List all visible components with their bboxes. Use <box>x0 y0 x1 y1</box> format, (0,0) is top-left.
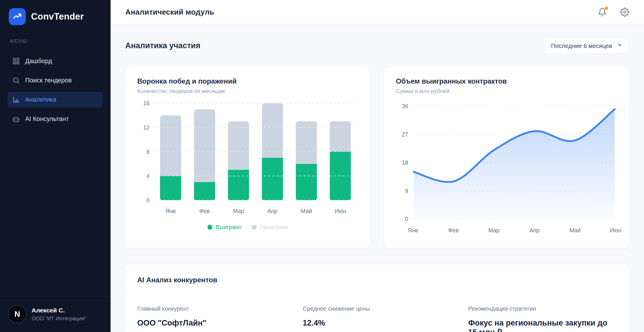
sidebar-item-ai-consultant[interactable]: AI Консультант <box>8 111 103 127</box>
search-icon <box>12 77 20 84</box>
sidebar-item-label: Поиск тендеров <box>25 77 72 84</box>
ai-stat-value: Фокус на региональные закупки до 15 млн … <box>468 319 617 332</box>
x-axis-tick: Июн <box>610 227 621 234</box>
bar-segment-lost <box>160 115 181 176</box>
top-bar: Аналитический модуль <box>111 0 644 25</box>
gridline <box>154 103 357 103</box>
sidebar-menu: МЕНЮ Дашборд Поиск тендеров <box>0 28 111 296</box>
y-axis-tick: 36 <box>402 103 408 110</box>
x-axis-tick: Июн <box>330 208 351 215</box>
funnel-chart-subtitle: Количество тендеров по месяцам <box>137 88 358 94</box>
contracts-chart-card: Объем выигранных контрактов Сумма в млн … <box>384 66 629 249</box>
stacked-bar <box>194 109 215 200</box>
gridline <box>154 200 357 200</box>
bar-segment-lost <box>228 121 249 170</box>
menu-section-label: МЕНЮ <box>10 39 103 44</box>
funnel-chart-legend: ВыиграноПроиграно <box>137 224 358 231</box>
user-profile[interactable]: N Алексей С. ООО "ИТ Интеграция" <box>0 296 111 332</box>
sidebar: ConvTender МЕНЮ Дашборд Поиск тендеров <box>0 0 111 332</box>
line-chart-svg <box>413 103 616 219</box>
legend-dot <box>207 225 212 230</box>
ai-analysis-title: AI Анализ конкурентов <box>137 276 617 284</box>
chevron-down-icon <box>617 42 623 49</box>
content-area: Аналитика участия Последние 6 месяцев Во… <box>111 25 644 332</box>
bar-segment-lost <box>296 121 317 164</box>
settings-gear-icon[interactable] <box>620 8 629 17</box>
line-chart-area <box>414 109 615 219</box>
legend-label: Проиграно <box>260 224 288 231</box>
legend-label: Выиграно <box>216 224 241 231</box>
sidebar-item-tender-search[interactable]: Поиск тендеров <box>8 72 103 88</box>
funnel-chart-title: Воронка побед и поражений <box>137 77 358 85</box>
ai-stat-label: Рекомендация стратегии <box>468 305 617 312</box>
bar-segment-won <box>296 164 317 200</box>
legend-item[interactable]: Выиграно <box>207 224 241 231</box>
analytics-icon <box>12 96 20 103</box>
stacked-bar <box>330 121 351 200</box>
logo-badge <box>9 8 26 25</box>
avatar: N <box>8 305 26 323</box>
sidebar-item-analytics[interactable]: Аналитика <box>8 92 103 108</box>
notification-dot <box>605 7 608 10</box>
y-axis-tick: 9 <box>405 187 408 194</box>
x-axis-tick: Мар <box>228 208 249 215</box>
bar-segment-lost <box>194 109 215 182</box>
app-logo: ConvTender <box>0 0 111 28</box>
notifications-bell-icon[interactable] <box>598 8 607 17</box>
ai-analysis-card: AI Анализ конкурентов Главный конкурент … <box>125 264 629 332</box>
stacked-bar <box>160 115 181 200</box>
y-axis-tick: 18 <box>402 159 408 166</box>
y-axis-tick: 0 <box>146 197 150 204</box>
ai-stat-avg-price-drop: Среднее снижение цены 12.4% <box>303 305 460 332</box>
x-axis-tick: Фев <box>448 227 459 234</box>
x-axis-tick: Апр <box>530 227 540 234</box>
sidebar-item-dashboard[interactable]: Дашборд <box>8 53 103 69</box>
y-axis-tick: 16 <box>143 100 150 107</box>
y-axis-tick: 27 <box>402 131 408 138</box>
ai-stat-strategy-recommendation: Рекомендация стратегии Фокус на регионал… <box>468 305 617 332</box>
period-selector[interactable]: Последние 6 месяцев <box>544 37 629 54</box>
y-axis-tick: 0 <box>405 216 408 222</box>
contracts-chart-subtitle: Сумма в млн рублей <box>396 88 617 94</box>
user-name: Алексей С. <box>32 307 86 314</box>
stacked-bar <box>228 121 249 200</box>
ai-stat-label: Главный конкурент <box>137 305 294 312</box>
robot-icon <box>12 115 20 123</box>
x-axis-tick: Фев <box>194 208 215 215</box>
y-axis-tick: 12 <box>143 124 150 131</box>
stacked-bar <box>296 121 317 200</box>
sidebar-item-label: AI Консультант <box>25 115 69 123</box>
ai-stat-label: Среднее снижение цены <box>303 305 460 312</box>
ai-stat-value: 12.4% <box>303 319 460 328</box>
app-name: ConvTender <box>31 11 84 22</box>
gridline <box>154 176 357 176</box>
bar-segment-won <box>194 182 215 200</box>
contracts-chart-plot: 09182736 <box>413 103 616 219</box>
bar-segment-won <box>262 158 283 200</box>
divider <box>126 293 629 294</box>
dashboard-icon <box>12 57 20 65</box>
ai-stat-value: ООО "СофтЛайн" <box>137 319 294 328</box>
x-axis-tick: Апр <box>262 208 283 215</box>
x-axis-tick: Май <box>296 208 317 215</box>
bar-segment-lost <box>262 103 283 158</box>
trending-up-icon <box>13 11 22 22</box>
page-title: Аналитический модуль <box>125 8 214 17</box>
bar-segment-won <box>160 176 181 200</box>
gridline <box>154 127 357 128</box>
legend-item[interactable]: Проиграно <box>252 224 288 231</box>
funnel-chart-x-axis: ЯнвФевМарАпрМайИюн <box>154 208 357 215</box>
bar-segment-lost <box>330 121 351 152</box>
sidebar-item-label: Аналитика <box>25 96 56 103</box>
funnel-chart-card: Воронка побед и поражений Количество тен… <box>125 66 370 249</box>
x-axis-tick: Янв <box>408 227 418 234</box>
user-company: ООО "ИТ Интеграция" <box>32 316 86 322</box>
bar-segment-won <box>228 170 249 200</box>
main-area: Аналитический модуль Аналитика участия П… <box>111 0 644 332</box>
contracts-chart-title: Объем выигранных контрактов <box>396 77 617 85</box>
ai-stat-main-competitor: Главный конкурент ООО "СофтЛайн" <box>137 305 294 332</box>
x-axis-tick: Янв <box>160 208 181 215</box>
y-axis-tick: 4 <box>146 173 150 179</box>
section-title: Аналитика участия <box>125 41 200 50</box>
period-selector-value: Последние 6 месяцев <box>551 42 612 49</box>
